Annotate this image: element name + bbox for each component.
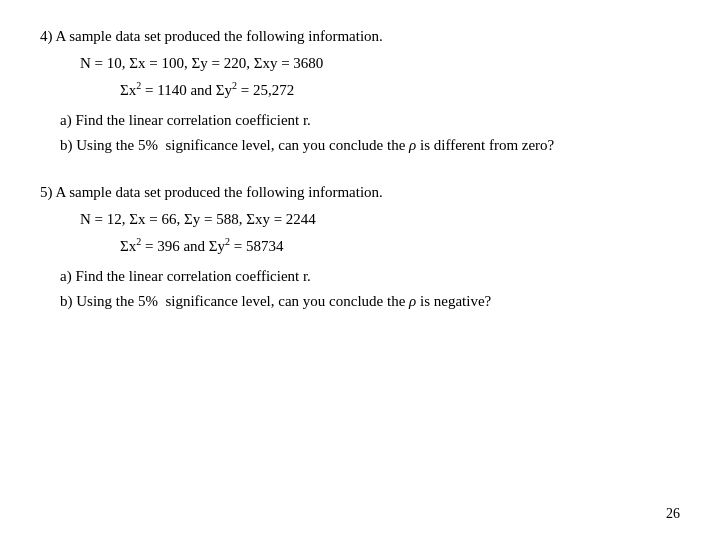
problem-4-sigma-x2-label: Σx2: [120, 82, 141, 98]
problem-4: 4) A sample data set produced the follow…: [40, 28, 680, 158]
spacer-1: [40, 172, 680, 184]
problem-5-sigma-x2-label: Σx2: [120, 238, 141, 254]
problem-4-exp2: 2: [232, 80, 237, 91]
problem-5-title: 5) A sample data set produced the follow…: [40, 184, 680, 201]
problem-4-line2-mid: = 1140 and Σy2 = 25,272: [141, 82, 294, 98]
problem-5: 5) A sample data set produced the follow…: [40, 184, 680, 314]
page-number: 26: [666, 506, 680, 522]
page: 4) A sample data set produced the follow…: [0, 0, 720, 540]
problem-5-line2: Σx2 = 396 and Σy2 = 58734: [120, 236, 680, 255]
problem-5-sub-questions: a) Find the linear correlation coefficie…: [60, 265, 680, 314]
problem-4-sub-a: a) Find the linear correlation coefficie…: [60, 109, 680, 132]
problem-5-exp2: 2: [225, 236, 230, 247]
problem-4-line1-text: N = 10, Σx = 100, Σy = 220, Σxy = 3680: [80, 55, 323, 71]
problem-5-line1: N = 12, Σx = 66, Σy = 588, Σxy = 2244: [80, 211, 680, 228]
problem-5-line1-text: N = 12, Σx = 66, Σy = 588, Σxy = 2244: [80, 211, 316, 227]
problem-5-sub-b: b) Using the 5% significance level, can …: [60, 290, 680, 313]
problem-4-title: 4) A sample data set produced the follow…: [40, 28, 680, 45]
problem-4-line2: Σx2 = 1140 and Σy2 = 25,272: [120, 80, 680, 99]
problem-5-line2-mid: = 396 and Σy2 = 58734: [141, 238, 283, 254]
problem-4-sub-questions: a) Find the linear correlation coefficie…: [60, 109, 680, 158]
problem-4-sub-b: b) Using the 5% significance level, can …: [60, 134, 680, 157]
problem-4-line1: N = 10, Σx = 100, Σy = 220, Σxy = 3680: [80, 55, 680, 72]
problem-5-sub-a: a) Find the linear correlation coefficie…: [60, 265, 680, 288]
